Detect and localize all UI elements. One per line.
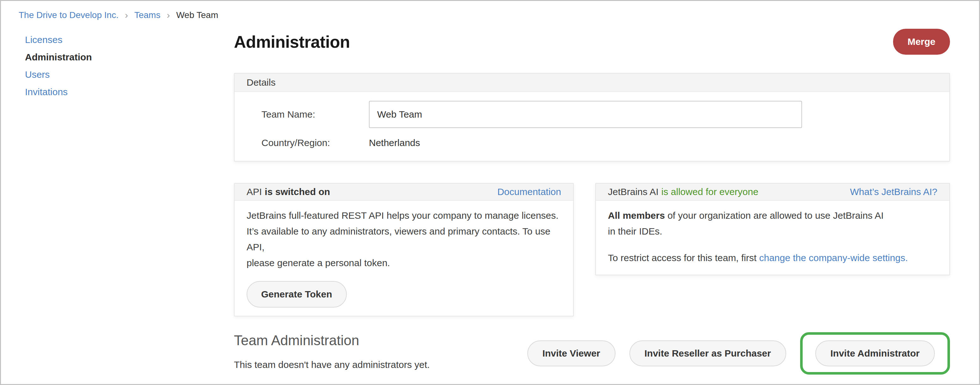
invite-buttons-row: Invite Viewer Invite Reseller as Purchas… [527,332,950,375]
breadcrumb: The Drive to Develop Inc. › Teams › Web … [1,1,979,20]
api-description-line: It’s available to any administrators, vi… [247,223,561,255]
page-layout: Licenses Administration Users Invitation… [1,20,979,385]
ai-members-paragraph: All members of your organization are all… [608,208,937,239]
api-description-line: please generate a personal token. [247,255,561,271]
ai-card-body: All members of your organization are all… [596,201,949,275]
api-card-title: APIis switched on [247,187,330,197]
api-title-prefix: API [247,186,262,197]
sidebar-item-users[interactable]: Users [25,70,234,80]
sidebar-item-administration[interactable]: Administration [25,52,234,62]
whats-jetbrains-ai-link[interactable]: What’s JetBrains AI? [850,187,937,197]
main-content: Administration Merge Details Team Name: … [234,20,950,385]
ai-card-title: JetBrains AIis allowed for everyone [608,187,758,197]
info-cards-row: APIis switched on Documentation JetBrain… [234,183,950,317]
ai-restrict-paragraph: To restrict access for this team, first … [608,250,937,266]
api-card-header: APIis switched on Documentation [235,184,573,201]
generate-token-button[interactable]: Generate Token [247,281,347,307]
invite-administrator-button[interactable]: Invite Administrator [815,340,935,366]
breadcrumb-separator-icon: › [125,10,128,20]
invite-administrator-highlight-box: Invite Administrator [800,332,950,375]
sidebar-item-licenses[interactable]: Licenses [25,35,234,45]
ai-card-header: JetBrains AIis allowed for everyone What… [596,184,949,201]
ai-members-text: of your organization are allowed to use … [665,210,884,221]
team-name-row: Team Name: [261,101,937,128]
breadcrumb-company-link[interactable]: The Drive to Develop Inc. [19,10,119,20]
api-card: APIis switched on Documentation JetBrain… [234,183,574,317]
invite-reseller-as-purchaser-button[interactable]: Invite Reseller as Purchaser [629,340,786,366]
ai-members-text-line2: in their IDEs. [608,223,937,239]
ai-status-text: is allowed for everyone [661,186,758,197]
country-region-value: Netherlands [369,137,420,148]
main-header: Administration Merge [234,29,950,55]
merge-button[interactable]: Merge [893,29,950,55]
breadcrumb-teams-link[interactable]: Teams [134,10,160,20]
details-panel-header: Details [235,74,949,92]
team-name-input[interactable] [369,101,802,128]
ai-title-prefix: JetBrains AI [608,186,659,197]
page-title: Administration [234,32,350,52]
api-status-text: is switched on [265,186,330,197]
details-panel: Details Team Name: Country/Region: Nethe… [234,73,950,162]
team-name-label: Team Name: [261,109,369,120]
ai-restrict-text: To restrict access for this team, first [608,253,759,263]
country-region-label: Country/Region: [261,137,369,148]
api-card-body: JetBrains full-featured REST API helps y… [235,201,573,316]
api-description-line: JetBrains full-featured REST API helps y… [247,208,561,223]
sidebar-item-invitations[interactable]: Invitations [25,87,234,97]
details-panel-body: Team Name: Country/Region: Netherlands [235,92,949,161]
country-region-row: Country/Region: Netherlands [261,137,937,148]
documentation-link[interactable]: Documentation [497,187,561,197]
breadcrumb-current-page: Web Team [176,10,218,20]
breadcrumb-separator-icon: › [167,10,170,20]
invite-viewer-button[interactable]: Invite Viewer [527,340,616,366]
all-members-bold-text: All members [608,210,665,221]
team-administration-section: Team Administration This team doesn't ha… [234,332,950,385]
sidebar: Licenses Administration Users Invitation… [1,20,234,105]
company-wide-settings-link[interactable]: change the company-wide settings. [759,253,908,263]
jetbrains-ai-card: JetBrains AIis allowed for everyone What… [595,183,950,275]
